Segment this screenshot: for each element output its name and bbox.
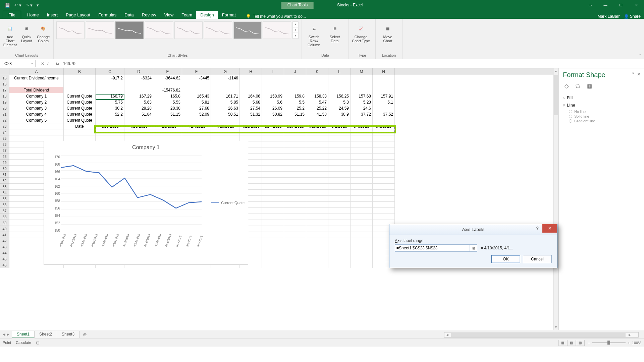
cell-L46[interactable] [328,262,351,268]
cell-G22[interactable] [211,117,240,123]
cell-K25[interactable] [306,135,328,141]
cell-J29[interactable] [284,160,306,166]
user-name[interactable]: Mark LaBarr [598,14,620,19]
cell-K30[interactable] [306,166,328,172]
cell-J33[interactable] [284,184,306,190]
cell-K36[interactable] [306,202,328,208]
change-colors-button[interactable]: 🎨 Change Colors [36,21,51,43]
cell-K33[interactable] [306,184,328,190]
cell-L31[interactable] [328,172,351,178]
cell-N28[interactable] [373,154,395,160]
cell-J17[interactable] [284,87,306,93]
cell-M36[interactable] [351,202,373,208]
page-break-view-icon[interactable]: ▥ [576,340,585,346]
cell-A22[interactable]: Company 5 [9,117,64,123]
cell-H16[interactable] [240,81,262,87]
cell-J18[interactable]: 159.8 [284,93,306,99]
cell-K24[interactable] [306,129,328,135]
cell-J41[interactable] [284,232,306,238]
cell-N27[interactable] [373,147,395,154]
cell-F22[interactable] [182,117,211,123]
cell-K42[interactable] [306,238,328,244]
row-header-18[interactable]: 18 [0,93,9,99]
cell-D21[interactable]: 51.84 [124,111,153,117]
cell-J15[interactable] [284,75,306,81]
cell-M27[interactable] [351,147,373,154]
cell-G15[interactable]: -1146 [211,75,240,81]
zoom-level[interactable]: 100% [632,341,641,345]
cell-M32[interactable] [351,178,373,184]
tab-review[interactable]: Review [138,11,160,19]
cell-J42[interactable] [284,238,306,244]
sheet-tab-sheet2[interactable]: Sheet2 [35,331,57,338]
quick-layout-button[interactable]: ⊞ Quick Layout [19,21,34,43]
cell-I16[interactable] [262,81,284,87]
tab-view[interactable]: View [160,11,177,19]
cell-L23[interactable]: 5/1/2015 [328,123,351,129]
row-header-42[interactable]: 42 [0,238,9,244]
vertical-scrollbar[interactable]: ▲ ▼ [553,68,558,330]
cell-D17[interactable] [124,87,153,93]
col-header-B[interactable]: B [64,68,96,75]
cell-J24[interactable] [284,129,306,135]
cell-J21[interactable]: 51.15 [284,111,306,117]
cell-H18[interactable]: 164.06 [240,93,262,99]
cell-C19[interactable]: 5.75 [96,99,124,105]
cell-M19[interactable]: 5.23 [351,99,373,105]
cell-N22[interactable] [373,117,395,123]
cell-L22[interactable] [328,117,351,123]
cell-D22[interactable] [124,117,153,123]
chart-styles-gallery[interactable]: ▲▼▾ [56,21,299,39]
cell-M15[interactable] [351,75,373,81]
cell-K43[interactable] [306,244,328,250]
size-tab-icon[interactable]: ▦ [586,82,593,89]
cell-M26[interactable] [351,141,373,147]
cell-N35[interactable] [373,196,395,202]
horizontal-scrollbar[interactable]: ◀▶ [444,332,639,338]
row-header-46[interactable]: 46 [0,262,9,268]
cell-F19[interactable]: 5.81 [182,99,211,105]
chart-style-2[interactable] [86,21,114,39]
cell-J30[interactable] [284,166,306,172]
col-header-H[interactable]: H [240,68,262,75]
cell-N18[interactable]: 157.91 [373,93,395,99]
cell-L18[interactable]: 156.25 [328,93,351,99]
cell-I25[interactable] [262,135,284,141]
cell-J43[interactable] [284,244,306,250]
cell-D16[interactable] [124,81,153,87]
cell-G23[interactable]: 4/20/2015 [211,123,240,129]
cell-E18[interactable]: 165.8 [153,93,182,99]
cell-I28[interactable] [262,154,284,160]
cell-J16[interactable] [284,81,306,87]
macro-record-icon[interactable]: ▢ [36,341,39,345]
cell-K21[interactable]: 41.58 [306,111,328,117]
cell-H24[interactable] [240,129,262,135]
row-header-33[interactable]: 33 [0,184,9,190]
cell-G17[interactable] [211,87,240,93]
chart-title[interactable]: Company 1 [44,141,248,152]
cell-M45[interactable] [351,256,373,262]
col-header-C[interactable]: C [96,68,124,75]
cell-L16[interactable] [328,81,351,87]
cell-F21[interactable]: 52.09 [182,111,211,117]
cell-M17[interactable] [351,87,373,93]
redo-icon[interactable]: ↷ ▾ [25,3,33,8]
fx-label[interactable]: fx [53,61,62,66]
cell-I29[interactable] [262,160,284,166]
chart-style-3[interactable] [115,21,144,39]
cell-H19[interactable]: 5.68 [240,99,262,105]
cell-H15[interactable] [240,75,262,81]
cell-D18[interactable]: 167.29 [124,93,153,99]
effects-tab-icon[interactable]: ⬠ [574,82,582,89]
cell-E24[interactable] [153,129,182,135]
cell-D15[interactable]: -6324 [124,75,153,81]
cell-E19[interactable]: 5.53 [153,99,182,105]
tab-file[interactable]: File [3,11,21,19]
cell-H22[interactable] [240,117,262,123]
cell-L17[interactable] [328,87,351,93]
cell-M30[interactable] [351,166,373,172]
cell-F18[interactable]: 165.43 [182,93,211,99]
cell-I17[interactable] [262,87,284,93]
cell-M43[interactable] [351,244,373,250]
cell-A19[interactable]: Company 2 [9,99,64,105]
